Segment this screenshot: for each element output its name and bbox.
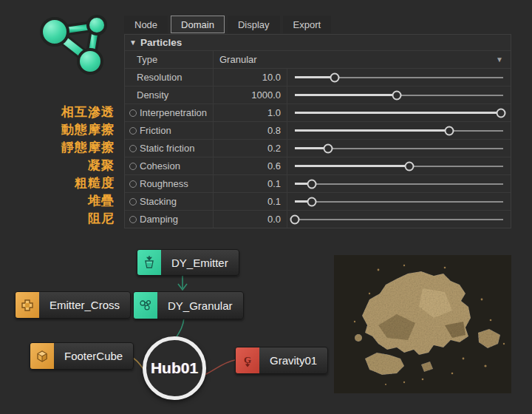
molecule-icon — [134, 292, 157, 319]
tab-export[interactable]: Export — [283, 16, 332, 33]
param-row-cohesion: Cohesion 0.6 — [125, 157, 511, 174]
node-gravity01[interactable]: G Gravity01 — [235, 347, 328, 374]
param-value-field[interactable]: 0.1 — [214, 175, 287, 192]
keyframe-icon[interactable] — [129, 127, 137, 135]
slider-handle[interactable] — [307, 179, 316, 189]
param-value-field[interactable]: 1000.0 — [214, 86, 287, 104]
slider-handle[interactable] — [405, 161, 415, 171]
annotation-static-friction: 靜態摩擦 — [0, 139, 115, 157]
collapse-triangle-icon: ▼ — [129, 38, 137, 47]
param-row-interpenetration: Interpenetration 1.0 — [125, 104, 511, 121]
slider-track[interactable] — [295, 219, 503, 220]
node-label: DY_Emitter — [161, 250, 239, 275]
keyframe-icon[interactable] — [129, 145, 137, 152]
cross-icon — [16, 292, 39, 318]
slider-track[interactable] — [295, 201, 503, 203]
friction-slider[interactable] — [295, 122, 503, 139]
slider-handle[interactable] — [392, 90, 402, 100]
node-footer-cube[interactable]: FooterCube — [30, 342, 134, 370]
node-hub01[interactable]: Hub01 — [143, 336, 206, 400]
param-row-stacking: Stacking 0.1 — [125, 192, 511, 210]
interpenetration-slider[interactable] — [295, 104, 503, 121]
keyframe-icon[interactable] — [129, 216, 137, 223]
slider-fill — [295, 112, 501, 114]
cohesion-slider[interactable] — [295, 157, 503, 174]
node-label: Hub01 — [151, 359, 198, 377]
app-logo — [33, 9, 118, 87]
section-title: Particles — [140, 37, 182, 48]
node-label: Emitter_Cross — [39, 292, 130, 318]
gravity-icon: G — [236, 347, 259, 373]
annotation-roughness: 粗糙度 — [0, 174, 115, 192]
damping-slider[interactable] — [295, 211, 503, 228]
param-label: Interpenetration — [125, 104, 214, 121]
param-label: Roughness — [125, 175, 214, 192]
node-dy-granular[interactable]: DY_Granular — [133, 291, 244, 319]
slider-handle[interactable] — [330, 72, 339, 82]
tab-bar: Node Domain Display Export — [124, 16, 331, 33]
keyframe-icon[interactable] — [129, 109, 137, 117]
roughness-slider[interactable] — [295, 175, 503, 192]
static-friction-slider[interactable] — [295, 140, 503, 157]
keyframe-icon[interactable] — [129, 198, 137, 206]
slider-handle[interactable] — [497, 108, 506, 118]
annotation-interpenetration: 相互滲透 — [0, 104, 115, 121]
edge-arrowhead-icon — [178, 284, 187, 290]
param-label: Static friction — [125, 140, 214, 157]
sand-simulation-render — [334, 255, 511, 393]
type-dropdown-value: Granular — [219, 54, 257, 65]
chevron-down-icon: ▼ — [496, 55, 503, 64]
param-label: Stacking — [125, 193, 214, 210]
param-row-roughness: Roughness 0.1 — [125, 174, 511, 192]
slider-handle[interactable] — [290, 214, 300, 224]
tab-display[interactable]: Display — [228, 16, 280, 33]
param-value-field[interactable]: 0.1 — [214, 193, 287, 210]
slider-fill — [295, 94, 397, 96]
emitter-bucket-icon — [137, 250, 161, 275]
density-slider[interactable] — [295, 86, 503, 104]
param-value-field[interactable]: 0.6 — [214, 157, 287, 174]
slider-handle[interactable] — [324, 143, 333, 153]
keyframe-icon[interactable] — [129, 180, 137, 188]
param-label: Cohesion — [125, 157, 214, 174]
simulation-preview-viewport[interactable] — [334, 255, 511, 393]
node-emitter-cross[interactable]: Emitter_Cross — [15, 291, 131, 319]
type-dropdown[interactable]: Granular ▼ — [214, 51, 511, 68]
keyframe-icon[interactable] — [129, 163, 137, 170]
tab-domain[interactable]: Domain — [171, 16, 225, 33]
param-label: Resolution — [125, 69, 214, 86]
param-value-field[interactable]: 10.0 — [214, 69, 287, 86]
edge-granular-to-hub — [176, 318, 184, 338]
param-row-static-friction: Static friction 0.2 — [125, 139, 511, 157]
node-label: FooterCube — [54, 343, 133, 369]
cube-icon — [30, 343, 54, 369]
annotation-friction: 動態摩擦 — [0, 121, 115, 139]
tab-node[interactable]: Node — [124, 16, 168, 33]
param-row-type: Type Granular ▼ — [125, 50, 511, 68]
resolution-slider[interactable] — [295, 69, 503, 86]
slider-track[interactable] — [295, 183, 503, 185]
stacking-slider[interactable] — [295, 193, 503, 210]
param-value-field[interactable]: 0.0 — [214, 211, 287, 228]
annotation-stacking: 堆疊 — [0, 192, 115, 210]
param-label: Damping — [125, 211, 214, 228]
param-row-friction: Friction 0.8 — [125, 121, 511, 139]
param-row-density: Density 1000.0 — [125, 86, 511, 104]
param-label: Type — [125, 51, 214, 68]
param-row-resolution: Resolution 10.0 — [125, 68, 511, 86]
slider-fill — [295, 129, 449, 132]
param-value-field[interactable]: 0.2 — [214, 140, 287, 157]
param-row-damping: Damping 0.0 — [125, 210, 511, 228]
param-label: Friction — [125, 122, 214, 139]
param-value-field[interactable]: 0.8 — [214, 122, 287, 139]
molecule-logo-icon — [33, 9, 118, 87]
particles-section-header[interactable]: ▼ Particles — [125, 35, 511, 50]
node-label: Gravity01 — [259, 347, 327, 373]
param-value-field[interactable]: 1.0 — [214, 104, 287, 121]
slider-handle[interactable] — [307, 197, 316, 206]
edge-hub-to-gravity — [205, 360, 235, 375]
slider-handle[interactable] — [444, 126, 454, 135]
slider-fill — [295, 165, 409, 167]
node-dy-emitter[interactable]: DY_Emitter — [137, 249, 239, 276]
particles-panel: ▼ Particles Type Granular ▼ Resolution 1… — [124, 34, 511, 228]
